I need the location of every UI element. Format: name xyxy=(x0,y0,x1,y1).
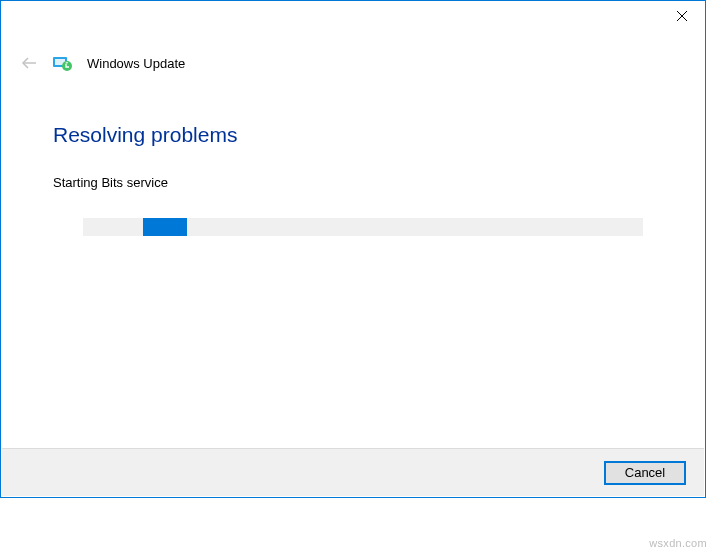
status-text: Starting Bits service xyxy=(53,175,653,190)
back-button xyxy=(19,53,39,73)
main-heading: Resolving problems xyxy=(53,123,653,147)
content-area: Resolving problems Starting Bits service xyxy=(1,73,705,236)
close-button[interactable] xyxy=(659,1,705,31)
troubleshooter-window: Windows Update Resolving problems Starti… xyxy=(0,0,706,498)
back-arrow-icon xyxy=(20,54,38,72)
titlebar xyxy=(1,1,705,33)
progress-fill xyxy=(143,218,187,236)
progress-bar xyxy=(83,218,643,236)
cancel-button[interactable]: Cancel xyxy=(604,461,686,485)
header-title: Windows Update xyxy=(87,56,185,71)
footer: Cancel xyxy=(2,448,704,496)
header-row: Windows Update xyxy=(1,53,705,73)
troubleshooter-icon xyxy=(53,55,73,71)
close-icon xyxy=(676,10,688,22)
watermark: wsxdn.com xyxy=(649,537,707,549)
